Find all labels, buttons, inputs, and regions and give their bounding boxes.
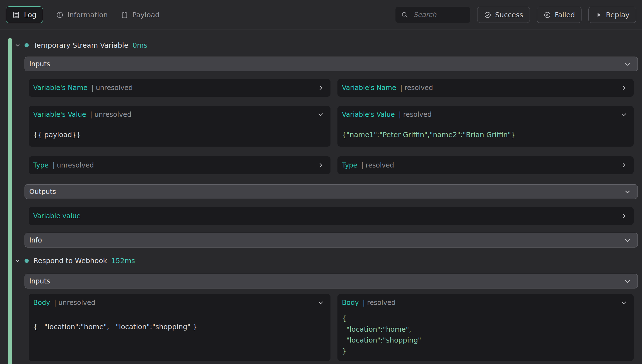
field-state: | resolved [361,161,394,169]
output-card: Variable value [29,207,634,225]
field-card-header[interactable]: Body | unresolved [29,294,330,311]
field-row-type: Type | unresolved Type | resolved [29,156,642,174]
field-card-resolved: Variable's Value | resolved {"name1":"Pe… [337,106,634,147]
play-icon [595,11,602,18]
status-dot [25,259,29,263]
field-value: {"name1":"Peter Griffin","name2":"Brian … [337,123,634,149]
search-box [395,7,470,23]
log-entry-header-respond-to-webhook[interactable]: Respond to Webhook 152ms [15,253,642,268]
log-icon [12,11,20,19]
chevron-down-icon [317,111,324,118]
field-card-unresolved: Variable's Value | unresolved {{ payload… [29,106,330,147]
tab-information-label: Information [67,11,108,19]
field-label: Type [33,161,49,169]
field-card-header[interactable]: Variable's Value | resolved [337,106,634,123]
chevron-down-icon [317,299,324,306]
section-header-inputs[interactable]: Inputs [25,57,638,71]
failed-filter-button[interactable]: Failed [537,7,582,23]
chevron-down-icon [620,299,627,306]
check-circle-icon [484,11,491,19]
view-tabs: Log Information Payload [6,6,160,23]
success-filter-button[interactable]: Success [477,7,530,23]
section-header-info[interactable]: Info [25,233,638,247]
info-icon [56,11,64,19]
field-card-header[interactable]: Body | resolved [337,294,634,311]
output-row-variable-value: Variable value [29,207,634,225]
field-state: | unresolved [90,111,131,118]
search-icon [401,11,408,18]
chevron-right-icon [317,84,324,91]
field-row-body: Body | unresolved { "location":"home", "… [29,294,642,361]
chevron-right-icon [620,84,627,91]
field-state: | unresolved [52,161,94,169]
section-header-label: Outputs [29,188,56,196]
chevron-down-icon [624,277,631,285]
execution-timeline-rail [8,38,12,364]
field-value: { "location":"home", "location":"shoppin… [337,311,634,364]
tab-log[interactable]: Log [6,6,43,23]
chevron-down-icon [15,258,21,264]
field-card-header[interactable]: Variable's Name | resolved [337,79,634,97]
clipboard-icon [121,11,128,19]
entry-duration: 152ms [111,257,135,265]
output-card-header[interactable]: Variable value [29,207,634,225]
field-label: Variable's Name [342,84,396,92]
field-row-variable-name: Variable's Name | unresolved Variable's … [29,79,642,97]
field-card-header[interactable]: Type | resolved [337,156,634,174]
field-state: | unresolved [54,299,95,307]
x-circle-icon [544,11,551,19]
field-label: Type [342,161,357,169]
success-filter-label: Success [495,11,523,19]
chevron-right-icon [620,212,627,220]
chevron-down-icon [15,42,21,48]
field-card-unresolved: Variable's Name | unresolved [29,79,330,97]
section-header-label: Inputs [29,277,50,285]
tab-payload-label: Payload [132,11,160,19]
tab-log-label: Log [24,11,37,19]
replay-label: Replay [606,11,629,19]
tab-information[interactable]: Information [56,11,108,19]
field-row-variable-value: Variable's Value | unresolved {{ payload… [29,106,642,147]
entry-title: Respond to Webhook [33,257,107,265]
field-label: Variable's Value [33,111,86,118]
entry-duration: 0ms [132,41,147,49]
failed-filter-label: Failed [555,11,575,19]
field-card-resolved: Body | resolved { "location":"home", "lo… [337,294,634,361]
output-label: Variable value [33,212,81,220]
field-state: | resolved [363,299,396,307]
field-label: Variable's Name [33,84,88,92]
section-header-label: Info [29,236,42,244]
chevron-down-icon [624,236,631,244]
search-input[interactable] [413,11,465,19]
section-header-inputs-2[interactable]: Inputs [25,274,638,288]
field-state: | resolved [399,111,432,118]
field-card-unresolved: Body | unresolved { "location":"home", "… [29,294,330,361]
chevron-down-icon [624,60,631,68]
field-state: | resolved [400,84,433,92]
field-card-resolved: Variable's Name | resolved [337,79,634,97]
field-state: | unresolved [91,84,133,92]
log-panel: Temporary Stream Variable 0ms Inputs Var… [0,30,642,361]
field-label: Body [342,299,359,307]
field-card-header[interactable]: Type | unresolved [29,156,330,174]
field-card-unresolved: Type | unresolved [29,156,330,174]
section-header-outputs[interactable]: Outputs [25,184,638,199]
log-entry-header-temporary-stream-variable[interactable]: Temporary Stream Variable 0ms [15,38,642,52]
toolbar-actions: Success Failed Replay [395,7,636,23]
chevron-right-icon [317,162,324,169]
replay-button[interactable]: Replay [588,7,636,23]
field-card-header[interactable]: Variable's Name | unresolved [29,79,330,97]
chevron-down-icon [624,188,631,196]
field-label: Body [33,299,50,307]
status-dot [25,43,29,47]
chevron-down-icon [620,111,627,118]
tab-payload[interactable]: Payload [121,11,160,19]
chevron-right-icon [620,162,627,169]
field-card-resolved: Type | resolved [337,156,634,174]
field-card-header[interactable]: Variable's Value | unresolved [29,106,330,123]
field-value: {{ payload}} [29,123,330,149]
field-label: Variable's Value [342,111,395,118]
section-header-label: Inputs [29,60,50,68]
field-value: { "location":"home", "location":"shoppin… [29,311,330,341]
entry-title: Temporary Stream Variable [33,41,128,49]
